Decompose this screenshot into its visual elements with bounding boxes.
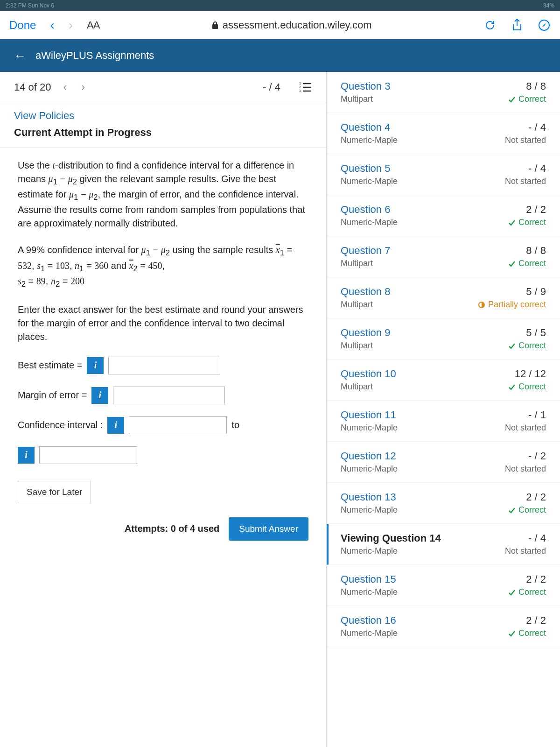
question-status: Correct [508, 341, 546, 351]
compass-icon[interactable] [538, 19, 551, 32]
attempts-text: Attempts: 0 of 4 used [125, 522, 219, 536]
question-item-score: 12 / 12 [508, 368, 546, 380]
browser-bar: Done ‹ › AA assessment.education.wiley.c… [0, 11, 560, 39]
best-estimate-input[interactable] [108, 357, 220, 374]
conf-interval-high-input[interactable] [39, 446, 137, 464]
margin-error-input[interactable] [113, 387, 225, 404]
question-type: Numeric-Maple [341, 628, 398, 638]
conf-interval-low-input[interactable] [129, 416, 227, 434]
question-item-score: 2 / 2 [508, 573, 546, 585]
forward-icon: › [69, 18, 73, 33]
view-policies-link[interactable]: View Policies [0, 103, 326, 124]
info-button-2[interactable]: i [91, 387, 108, 404]
question-list[interactable]: Question 3Multipart8 / 8 CorrectQuestion… [327, 72, 560, 747]
check-icon [508, 589, 516, 596]
question-item-score: 8 / 8 [508, 80, 546, 92]
info-button-1[interactable]: i [87, 357, 104, 374]
question-type: Numeric-Maple [341, 423, 398, 433]
share-icon[interactable] [511, 19, 524, 32]
question-counter: 14 of 20 [14, 81, 51, 93]
question-name: Question 7 [341, 245, 390, 257]
reload-icon[interactable] [483, 19, 497, 32]
question-paragraph-1: Use the t-distribution to find a confide… [18, 159, 308, 230]
url-text: assessment.education.wiley.com [223, 19, 372, 31]
reader-aa-button[interactable]: AA [87, 19, 99, 31]
question-type: Numeric-Maple [341, 505, 398, 515]
prev-question-button[interactable]: ‹ [61, 81, 70, 93]
conf-interval-label: Confidence interval : [18, 418, 103, 432]
save-for-later-button[interactable]: Save for Later [18, 481, 91, 503]
check-icon [508, 383, 516, 391]
address-bar[interactable]: assessment.education.wiley.com [113, 19, 469, 31]
question-item-score: - / 1 [505, 409, 546, 421]
question-name: Question 12 [341, 450, 398, 462]
question-status: Not started [505, 135, 546, 145]
question-list-item[interactable]: Question 6Numeric-Maple2 / 2 Correct [327, 195, 560, 236]
question-status: Correct [508, 259, 546, 268]
check-icon [508, 507, 516, 514]
question-score: - / 4 [263, 81, 280, 93]
question-list-item[interactable]: Question 11Numeric-Maple- / 1Not started [327, 401, 560, 442]
question-name: Question 6 [341, 204, 398, 216]
check-icon [508, 96, 516, 103]
submit-answer-button[interactable]: Submit Answer [229, 517, 308, 541]
attempt-heading: Current Attempt in Progress [0, 124, 326, 147]
check-icon [508, 260, 516, 268]
question-item-score: - / 4 [505, 532, 546, 544]
status-left: 2:32 PM Sun Nov 6 [6, 2, 54, 9]
question-type: Numeric-Maple [341, 218, 398, 227]
question-paragraph-3: Enter the exact answer for the best esti… [18, 303, 308, 344]
question-status: Correct [508, 505, 546, 515]
question-list-item[interactable]: Viewing Question 14Numeric-Maple- / 4Not… [327, 524, 560, 565]
question-type: Multipart [341, 259, 390, 268]
question-item-score: 2 / 2 [508, 204, 546, 216]
margin-error-label: Margin of error = [18, 388, 87, 402]
question-status: Partially correct [478, 300, 546, 310]
done-button[interactable]: Done [9, 19, 36, 32]
check-icon [508, 630, 516, 637]
question-list-item[interactable]: Question 7Multipart8 / 8 Correct [327, 236, 560, 277]
question-list-item[interactable]: Question 10Multipart12 / 12 Correct [327, 359, 560, 401]
lock-icon [211, 21, 219, 29]
question-list-item[interactable]: Question 9Multipart5 / 5 Correct [327, 318, 560, 359]
question-list-item[interactable]: Question 13Numeric-Maple2 / 2 Correct [327, 483, 560, 524]
question-list-item[interactable]: Question 8Multipart5 / 9 Partially corre… [327, 277, 560, 318]
question-item-score: 2 / 2 [508, 491, 546, 503]
question-type: Multipart [341, 341, 390, 351]
list-icon[interactable]: 123 [299, 82, 312, 93]
question-item-score: 8 / 8 [508, 245, 546, 257]
status-bar: 2:32 PM Sun Nov 6 84% [0, 0, 560, 11]
info-button-4[interactable]: i [18, 447, 35, 464]
question-name: Question 10 [341, 368, 396, 380]
back-arrow-icon[interactable]: ← [14, 49, 26, 63]
question-item-score: 5 / 9 [478, 286, 546, 298]
question-name: Question 8 [341, 286, 390, 298]
question-status: Correct [508, 587, 546, 597]
question-list-item[interactable]: Question 5Numeric-Maple- / 4Not started [327, 154, 560, 195]
question-paragraph-2: A 99% confidence interval for μ1 − μ2 us… [18, 243, 308, 290]
question-status: Correct [508, 628, 546, 638]
question-item-score: - / 2 [505, 450, 546, 462]
back-icon[interactable]: ‹ [50, 18, 54, 33]
partial-icon [478, 301, 485, 309]
question-list-item[interactable]: Question 12Numeric-Maple- / 2Not started [327, 442, 560, 483]
status-right: 84% [543, 2, 554, 9]
question-list-item[interactable]: Question 16Numeric-Maple2 / 2 Correct [327, 606, 560, 647]
question-list-item[interactable]: Question 3Multipart8 / 8 Correct [327, 72, 560, 113]
question-type: Numeric-Maple [341, 135, 398, 145]
question-status: Not started [505, 546, 546, 556]
best-estimate-label: Best estimate = [18, 359, 82, 372]
info-button-3[interactable]: i [107, 417, 124, 434]
svg-text:2: 2 [299, 85, 301, 89]
question-name: Question 5 [341, 162, 398, 175]
next-question-button[interactable]: › [79, 81, 88, 93]
question-status: Not started [505, 464, 546, 474]
question-name: Question 3 [341, 80, 390, 92]
question-list-item[interactable]: Question 15Numeric-Maple2 / 2 Correct [327, 565, 560, 606]
question-name: Question 13 [341, 491, 398, 503]
question-item-score: 5 / 5 [508, 327, 546, 339]
question-list-item[interactable]: Question 4Numeric-Maple- / 4Not started [327, 113, 560, 154]
check-icon [508, 219, 516, 226]
question-type: Multipart [341, 94, 390, 104]
question-name: Question 15 [341, 573, 398, 585]
